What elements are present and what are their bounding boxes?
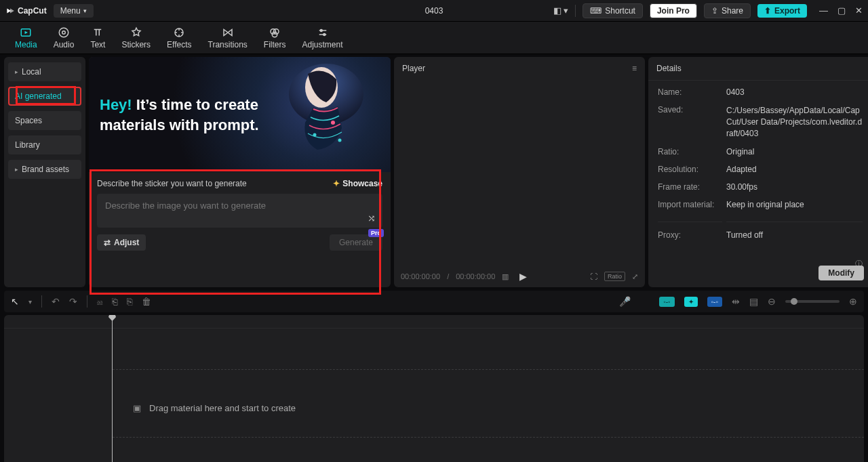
svg-point-1 xyxy=(59,28,68,37)
drag-hint: ▣ Drag material here and start to create xyxy=(133,403,296,413)
detail-fr-k: Frame rate: xyxy=(658,182,722,192)
mic-icon[interactable]: 🎤 xyxy=(619,296,631,307)
time-current: 00:00:00:00 xyxy=(401,272,440,280)
zoom-out[interactable]: ⊖ xyxy=(768,296,776,307)
detail-imp-k: Import material: xyxy=(658,200,722,209)
share-icon: ⇪ xyxy=(711,6,718,16)
time-total: 00:00:00:00 xyxy=(456,272,495,280)
detail-proxy-k: Proxy: xyxy=(658,222,722,240)
details-title: Details xyxy=(648,57,868,81)
generate-button[interactable]: Pro Generate xyxy=(330,234,382,251)
join-pro-button[interactable]: Join Pro xyxy=(650,3,697,18)
detail-res-v: Adapted xyxy=(726,165,863,174)
window-maximize[interactable]: ▢ xyxy=(837,5,846,16)
trim-left-tool[interactable]: ⎗ xyxy=(112,296,117,307)
prompt-input[interactable] xyxy=(105,201,374,211)
generate-box: Describe the sticker you want to generat… xyxy=(89,172,391,253)
detail-saved-k: Saved: xyxy=(658,105,722,139)
detail-ratio-v: Original xyxy=(726,147,863,156)
export-icon: ⬆ xyxy=(764,6,771,16)
app-name: CapCut xyxy=(18,6,47,16)
window-close[interactable]: ✕ xyxy=(855,5,863,16)
media-tabs: Media Audio Text Stickers Effects Transi… xyxy=(0,22,868,54)
ai-generated-panel: Hey! It’s time to create materials with … xyxy=(89,57,391,287)
svg-point-13 xyxy=(313,133,317,137)
tab-transitions[interactable]: Transitions xyxy=(200,24,256,52)
ratio-button[interactable]: Ratio xyxy=(604,272,625,281)
titlebar: CapCut Menu ▾ 0403 ◧ ▾ ⌨ Shortcut Join P… xyxy=(0,0,868,22)
detail-res-k: Resolution: xyxy=(658,165,722,174)
snap-toggle-3[interactable]: ◦-◦ xyxy=(707,297,722,307)
showcase-link[interactable]: ✦ Showcase xyxy=(333,179,382,188)
prompt-input-box[interactable]: ⤭ xyxy=(97,194,382,228)
sidebar-item-brand-assets[interactable]: ▸Brand assets xyxy=(8,160,81,179)
compare-icon[interactable]: ▥ xyxy=(502,272,509,281)
player-title: Player xyxy=(402,64,425,73)
timeline-ruler[interactable] xyxy=(4,315,864,329)
sidebar-item-local[interactable]: ▸Local xyxy=(8,62,81,81)
sidebar-item-ai-generated[interactable]: AI generated xyxy=(8,87,81,106)
menu-button[interactable]: Menu ▾ xyxy=(54,4,94,18)
redo-button[interactable]: ↷ xyxy=(69,296,77,307)
detail-name-v: 0403 xyxy=(726,87,863,97)
project-title: 0403 xyxy=(425,6,443,16)
track-icon[interactable]: ▤ xyxy=(749,296,758,307)
split-tool[interactable]: ⎂ xyxy=(97,296,102,307)
pro-badge: Pro xyxy=(368,229,384,237)
delete-tool[interactable]: 🗑 xyxy=(142,296,151,307)
detail-name-k: Name: xyxy=(658,87,722,97)
modify-button[interactable]: Modify xyxy=(818,266,864,280)
share-button[interactable]: ⇪ Share xyxy=(704,3,751,18)
svg-point-2 xyxy=(62,30,66,34)
svg-point-12 xyxy=(331,121,335,125)
undo-button[interactable]: ↶ xyxy=(52,296,60,307)
svg-point-8 xyxy=(323,33,325,35)
snap-toggle-1[interactable]: ◦-◦ xyxy=(659,297,674,307)
align-icon[interactable]: ⇹ xyxy=(732,296,740,307)
timeline-panel[interactable]: ▣ Drag material here and start to create xyxy=(4,315,864,462)
focus-icon[interactable]: ⛶ xyxy=(590,272,597,280)
tab-effects[interactable]: Effects xyxy=(159,24,199,52)
play-button[interactable]: ▶ xyxy=(519,271,527,282)
detail-proxy-v: Turned off xyxy=(726,222,863,240)
svg-point-14 xyxy=(338,139,342,142)
cursor-dropdown-icon[interactable]: ▾ xyxy=(28,298,32,306)
details-panel: Details Name: 0403 Saved: C:/Users/Basse… xyxy=(648,57,868,287)
zoom-in[interactable]: ⊕ xyxy=(849,296,857,307)
tab-stickers[interactable]: Stickers xyxy=(113,24,159,52)
cursor-tool[interactable]: ↖ xyxy=(11,296,19,307)
layout-icon[interactable]: ◧ ▾ xyxy=(553,5,569,16)
window-minimize[interactable]: — xyxy=(819,5,828,16)
tab-audio[interactable]: Audio xyxy=(45,24,83,52)
trim-right-tool[interactable]: ⎘ xyxy=(127,296,132,307)
snap-toggle-2[interactable]: ✦ xyxy=(684,297,698,307)
android-illustration xyxy=(275,60,377,172)
detail-imp-v: Keep in original place xyxy=(726,200,863,209)
svg-point-7 xyxy=(320,29,322,31)
slate-icon: ▣ xyxy=(133,403,141,413)
adjust-button[interactable]: ⇄ Adjust xyxy=(97,234,146,251)
zoom-slider[interactable] xyxy=(785,300,840,303)
sidebar-item-library[interactable]: Library xyxy=(8,135,81,154)
sliders-icon: ⇄ xyxy=(104,238,111,247)
chevron-down-icon: ▾ xyxy=(83,7,87,14)
svg-point-6 xyxy=(272,32,277,37)
tab-media[interactable]: Media xyxy=(7,24,45,52)
caret-icon: ▸ xyxy=(15,68,18,75)
tab-filters[interactable]: Filters xyxy=(256,24,294,52)
tab-text[interactable]: Text xyxy=(82,24,113,52)
sidebar-item-spaces[interactable]: Spaces xyxy=(8,111,81,130)
detail-fr-v: 30.00fps xyxy=(726,182,863,192)
detail-ratio-k: Ratio: xyxy=(658,147,722,156)
caret-icon: ▸ xyxy=(15,166,18,173)
hero-hey: Hey! xyxy=(100,96,132,113)
shortcut-button[interactable]: ⌨ Shortcut xyxy=(583,3,643,18)
tab-adjustment[interactable]: Adjustment xyxy=(294,24,351,52)
export-button[interactable]: ⬆ Export xyxy=(757,4,807,18)
player-panel: Player ≡ 00:00:00:00 / 00:00:00:00 ▥ ▶ ⛶… xyxy=(394,57,645,287)
fullscreen-icon[interactable]: ⤢ xyxy=(632,272,638,281)
app-logo: CapCut xyxy=(5,6,47,16)
player-menu-icon[interactable]: ≡ xyxy=(632,64,637,73)
shuffle-icon[interactable]: ⤭ xyxy=(368,213,376,224)
timeline-toolbar: ↖ ▾ ↶ ↷ ⎂ ⎗ ⎘ 🗑 🎤 ◦-◦ ✦ ◦-◦ ⇹ ▤ ⊖ ⊕ xyxy=(4,291,864,312)
